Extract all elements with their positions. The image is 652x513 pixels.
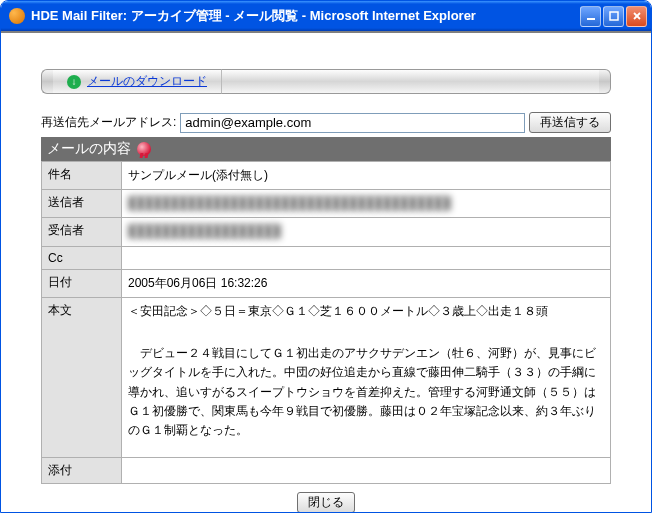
section-title: メールの内容 [47,140,131,158]
row-date: 日付 2005年06月06日 16:32:26 [42,269,611,297]
download-toolbar: ↓ メールのダウンロード [41,69,611,94]
titlebar[interactable]: HDE Mail Filter: アーカイブ管理 - メール閲覧 - Micro… [1,1,651,31]
browser-window: HDE Mail Filter: アーカイブ管理 - メール閲覧 - Micro… [0,0,652,513]
row-cc: Cc [42,246,611,269]
subject-label: 件名 [42,162,122,190]
close-window-button[interactable] [626,6,647,27]
download-icon: ↓ [67,75,81,89]
close-row: 閉じる [41,484,611,512]
app-icon [9,8,25,24]
to-value: ██████████████████ [122,218,611,246]
resend-address-input[interactable] [180,113,525,133]
resend-label: 再送信先メールアドレス: [41,114,176,131]
subject-value: サンプルメール(添付無し) [122,162,611,190]
window-title: HDE Mail Filter: アーカイブ管理 - メール閲覧 - Micro… [31,7,580,25]
close-button[interactable]: 閉じる [297,492,355,512]
date-value: 2005年06月06日 16:32:26 [122,269,611,297]
row-from: 送信者 ████████████████████████████████████… [42,190,611,218]
rosette-icon [137,142,151,156]
download-cell: ↓ メールのダウンロード [53,69,222,94]
svg-rect-1 [610,12,618,20]
svg-rect-0 [587,18,595,20]
attach-value [122,457,611,483]
from-label: 送信者 [42,190,122,218]
maximize-button[interactable] [603,6,624,27]
section-header: メールの内容 [41,137,611,161]
date-label: 日付 [42,269,122,297]
minimize-button[interactable] [580,6,601,27]
mail-details-table: 件名 サンプルメール(添付無し) 送信者 ███████████████████… [41,161,611,484]
page-content: ↓ メールのダウンロード 再送信先メールアドレス: 再送信する メールの内容 件… [1,31,651,512]
resend-button[interactable]: 再送信する [529,112,611,133]
body-paragraph-2: デビュー２４戦目にしてＧ１初出走のアサクサデンエン（牡６、河野）が、見事にビッグ… [128,344,604,440]
row-subject: 件名 サンプルメール(添付無し) [42,162,611,190]
attach-label: 添付 [42,457,122,483]
from-value: ██████████████████████████████████████ [122,190,611,218]
body-paragraph-1: ＜安田記念＞◇５日＝東京◇Ｇ１◇芝１６００メートル◇３歳上◇出走１８頭 [128,302,604,321]
body-value: ＜安田記念＞◇５日＝東京◇Ｇ１◇芝１６００メートル◇３歳上◇出走１８頭 デビュー… [122,297,611,457]
row-to: 受信者 ██████████████████ [42,218,611,246]
row-body: 本文 ＜安田記念＞◇５日＝東京◇Ｇ１◇芝１６００メートル◇３歳上◇出走１８頭 デ… [42,297,611,457]
toolbar-fill [222,69,599,94]
cc-label: Cc [42,246,122,269]
row-attach: 添付 [42,457,611,483]
toolbar-cap-right [599,69,611,94]
window-buttons [580,6,647,27]
download-link[interactable]: メールのダウンロード [87,73,207,90]
body-label: 本文 [42,297,122,457]
cc-value [122,246,611,269]
toolbar-cap-left [41,69,53,94]
resend-row: 再送信先メールアドレス: 再送信する [41,112,611,133]
to-label: 受信者 [42,218,122,246]
